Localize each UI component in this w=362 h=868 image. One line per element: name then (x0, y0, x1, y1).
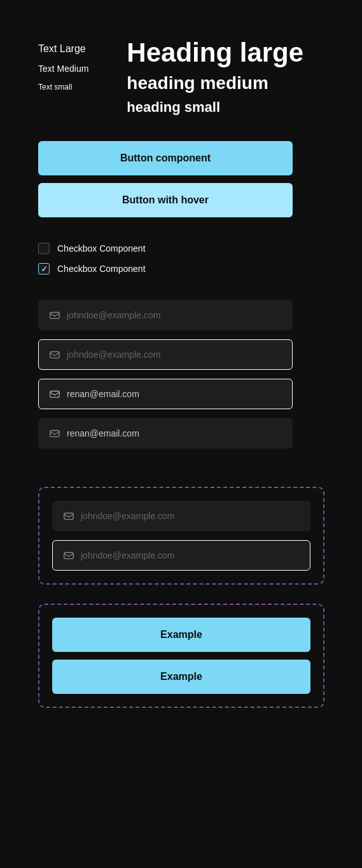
mail-icon-3 (49, 388, 60, 400)
group-buttons: Example Example (52, 618, 310, 694)
checkmark-icon: ✓ (41, 264, 48, 274)
example-button-2[interactable]: Example (52, 660, 310, 694)
checkbox-checked[interactable]: ✓ (38, 263, 50, 275)
button-with-hover[interactable]: Button with hover (38, 183, 293, 217)
heading-small: heading small (127, 99, 303, 116)
heading-large: Heading large (127, 38, 303, 67)
svg-rect-1 (50, 352, 59, 358)
group-email-input-1[interactable]: johndoe@example.com (52, 501, 310, 531)
group-buttons-container: Example Example (38, 604, 324, 708)
checkbox-label-1: Checkbox Component (57, 243, 146, 254)
svg-rect-0 (50, 313, 59, 319)
text-medium-label: Text Medium (38, 64, 88, 74)
group-email-input-1-placeholder: johndoe@example.com (81, 511, 300, 521)
email-input-2[interactable]: johndoe@example.com (38, 339, 293, 370)
svg-rect-4 (64, 513, 73, 520)
email-input-1[interactable]: johndoe@example.com (38, 300, 293, 330)
group-mail-icon-1 (63, 510, 74, 522)
buttons-section: Button component Button with hover (38, 141, 324, 217)
group-inputs-container: johndoe@example.com johndoe@example.com (38, 487, 324, 585)
text-small-label: Text small (38, 83, 88, 92)
email-input-3-value: renan@email.com (67, 389, 282, 399)
group-email-input-2-placeholder: johndoe@example.com (81, 550, 300, 560)
mail-icon-1 (49, 309, 60, 321)
checkbox-row-unchecked[interactable]: Checkbox Component (38, 243, 324, 254)
email-input-2-placeholder: johndoe@example.com (67, 349, 282, 360)
heading-medium: heading medium (127, 72, 303, 94)
email-input-4-value: renan@email.com (67, 428, 282, 438)
email-input-3[interactable]: renan@email.com (38, 379, 293, 409)
mail-icon-2 (49, 349, 60, 360)
checkbox-row-checked[interactable]: ✓ Checkbox Component (38, 263, 324, 275)
email-input-1-placeholder: johndoe@example.com (67, 310, 282, 320)
group-mail-icon-2 (63, 550, 74, 561)
svg-rect-5 (64, 553, 73, 559)
text-labels: Text Large Text Medium Text small (38, 38, 88, 92)
mail-icon-4 (49, 428, 60, 439)
button-component[interactable]: Button component (38, 141, 293, 175)
headings: Heading large heading medium heading sma… (127, 38, 303, 116)
inputs-section: johndoe@example.com johndoe@example.com … (38, 300, 324, 449)
svg-rect-2 (50, 391, 59, 398)
svg-rect-3 (50, 431, 59, 437)
checkbox-label-2: Checkbox Component (57, 264, 146, 274)
group-inputs: johndoe@example.com johndoe@example.com (52, 501, 310, 571)
email-input-4[interactable]: renan@email.com (38, 418, 293, 449)
text-large-label: Text Large (38, 43, 88, 55)
example-button-1[interactable]: Example (52, 618, 310, 652)
checkbox-unchecked[interactable] (38, 243, 50, 254)
typography-section: Text Large Text Medium Text small Headin… (38, 38, 324, 116)
checkboxes-section: Checkbox Component ✓ Checkbox Component (38, 243, 324, 275)
group-email-input-2[interactable]: johndoe@example.com (52, 540, 310, 571)
